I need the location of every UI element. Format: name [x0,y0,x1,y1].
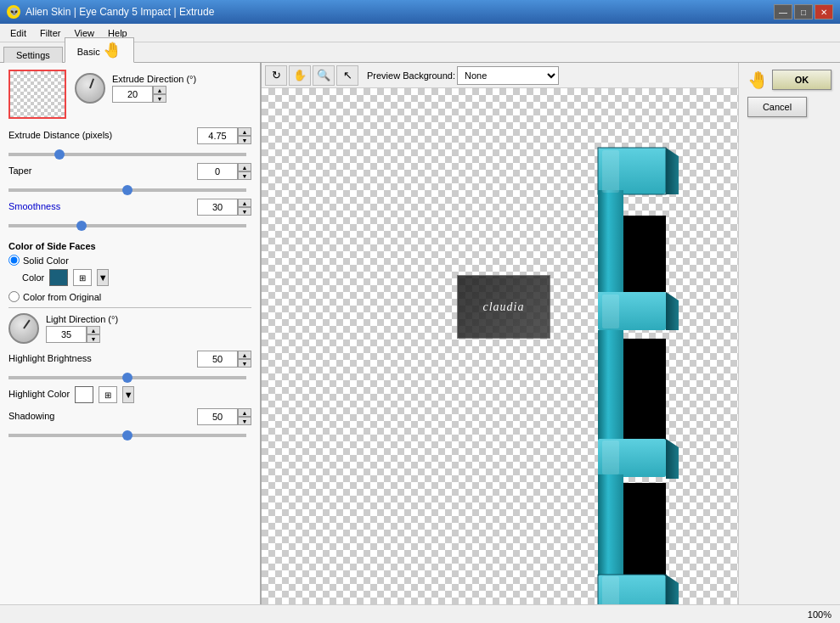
menu-filter[interactable]: Filter [33,26,67,40]
preview-main: ↻ ✋ 🔍 ↖ Preview Background: None White B… [262,63,738,604]
taper-spinbuttons: ▲ ▼ [238,163,251,180]
light-direction-input[interactable] [46,326,87,343]
shadowing-slider[interactable] [8,434,246,437]
tabs-row: Settings Basic 🤚 [0,42,840,63]
taper-row: Taper ▲ ▼ [8,163,251,180]
smoothness-spinbuttons: ▲ ▼ [238,199,251,216]
menu-edit[interactable]: Edit [3,26,33,40]
light-direction-up[interactable]: ▲ [87,326,100,334]
shadowing-up[interactable]: ▲ [238,408,251,417]
shadowing-input[interactable] [197,408,238,425]
light-direction-spinbox[interactable]: ▲ ▼ [46,326,118,343]
window-title: Alien Skin | Eye Candy 5 Impact | Extrud… [25,6,214,18]
shadowing-slider-row[interactable] [8,429,251,444]
app-icon: 👽 [7,5,20,19]
extrude-direction-down[interactable]: ▼ [153,94,166,103]
color-swatch[interactable] [49,269,68,286]
svg-rect-9 [623,483,666,576]
smoothness-input[interactable] [197,199,238,216]
left-panel: Extrude Direction (°) ▲ ▼ Extrude Distan… [0,63,262,604]
color-grid-button[interactable]: ⊞ [73,269,92,286]
highlight-brightness-input[interactable] [197,351,238,368]
highlight-color-label: Highlight Color [8,389,70,399]
svg-marker-15 [666,575,679,604]
svg-marker-13 [666,292,679,330]
close-button[interactable]: ✕ [815,4,833,20]
taper-input[interactable] [197,163,238,180]
preview-bg-select[interactable]: None White Black Custom [457,66,559,85]
titlebar-left: 👽 Alien Skin | Eye Candy 5 Impact | Extr… [7,5,214,19]
smoothness-slider[interactable] [8,224,246,227]
shadowing-down[interactable]: ▼ [238,417,251,425]
light-direction-dial[interactable] [8,313,39,344]
ok-cancel-panel: 🤚 OK Cancel [738,63,840,604]
extrude-direction-spinbuttons: ▲ ▼ [153,86,166,103]
highlight-brightness-down[interactable]: ▼ [238,359,251,368]
light-direction-down[interactable]: ▼ [87,334,100,343]
color-dropdown-button[interactable]: ▼ [97,269,109,286]
preview-bg-label: Preview Background: [367,70,455,81]
thumbnail-preview [8,70,66,119]
extrude-distance-up[interactable]: ▲ [238,127,251,136]
extrude-direction-dial[interactable] [75,73,105,104]
highlight-brightness-spinbuttons: ▲ ▼ [238,351,251,368]
taper-slider-row[interactable] [8,183,251,199]
svg-rect-16 [602,150,619,193]
extrude-distance-slider[interactable] [8,153,246,156]
smoothness-spinbox[interactable]: ▲ ▼ [197,199,251,216]
zoom-tool-button[interactable]: 🔍 [313,65,335,86]
ok-hand-icon: 🤚 [747,70,769,90]
color-label: Color [22,272,44,283]
extrude-direction-up[interactable]: ▲ [153,86,166,94]
highlight-brightness-spinbox[interactable]: ▲ ▼ [197,351,251,368]
smoothness-slider-row[interactable] [8,219,251,234]
shadowing-spinbox[interactable]: ▲ ▼ [197,408,251,425]
highlight-brightness-up[interactable]: ▲ [238,351,251,359]
minimize-button[interactable]: — [774,4,792,20]
extrude-direction-spinbox[interactable]: ▲ ▼ [112,86,196,103]
svg-rect-19 [602,576,619,604]
right-area: ↻ ✋ 🔍 ↖ Preview Background: None White B… [262,63,840,604]
maximize-button[interactable]: □ [794,4,813,20]
extrude-distance-input[interactable] [197,127,238,144]
highlight-brightness-slider[interactable] [8,376,246,379]
extrude-distance-spinbuttons: ▲ ▼ [238,127,251,144]
tab-settings[interactable]: Settings [3,47,63,63]
extrude-direction-row: Extrude Direction (°) ▲ ▼ [75,73,251,104]
select-tool-button[interactable]: ↖ [336,65,358,86]
light-direction-label: Light Direction (°) [46,314,118,324]
titlebar: 👽 Alien Skin | Eye Candy 5 Impact | Extr… [0,0,840,24]
smoothness-down[interactable]: ▼ [238,207,251,216]
extrude-distance-spinbox[interactable]: ▲ ▼ [197,127,251,144]
taper-down[interactable]: ▼ [238,171,251,180]
taper-slider[interactable] [8,188,246,192]
solid-color-radio-row[interactable]: Solid Color [8,255,251,266]
svg-rect-6 [623,339,666,441]
svg-rect-2 [598,190,623,292]
solid-color-radio[interactable] [8,255,20,266]
preview-toolbar: ↻ ✋ 🔍 ↖ Preview Background: None White B… [262,63,738,88]
statusbar: 100% [0,604,840,623]
highlight-brightness-slider-row[interactable] [8,371,251,386]
color-picker-row: Color ⊞ ▼ [8,269,251,286]
tab-basic[interactable]: Basic 🤚 [65,37,134,63]
taper-up[interactable]: ▲ [238,163,251,171]
rotate-tool-button[interactable]: ↻ [265,65,287,86]
extrude-direction-input[interactable] [112,86,153,103]
taper-spinbox[interactable]: ▲ ▼ [197,163,251,180]
ok-button[interactable]: OK [772,70,832,90]
smoothness-label: Smoothness [8,201,60,211]
color-from-original-label: Color from Original [23,292,101,302]
highlight-color-dropdown-button[interactable]: ▼ [122,386,134,403]
highlight-color-grid-button[interactable]: ⊞ [99,386,117,403]
smoothness-up[interactable]: ▲ [238,199,251,207]
highlight-color-swatch[interactable] [75,386,93,403]
taper-label: Taper [8,166,32,176]
pan-tool-button[interactable]: ✋ [289,65,311,86]
extrude-distance-slider-row[interactable] [8,148,251,163]
color-from-original-radio-row[interactable]: Color from Original [8,291,251,302]
titlebar-controls: — □ ✕ [774,4,833,20]
extrude-distance-down[interactable]: ▼ [238,136,251,144]
color-from-original-radio[interactable] [8,291,20,302]
cancel-button[interactable]: Cancel [747,97,807,117]
